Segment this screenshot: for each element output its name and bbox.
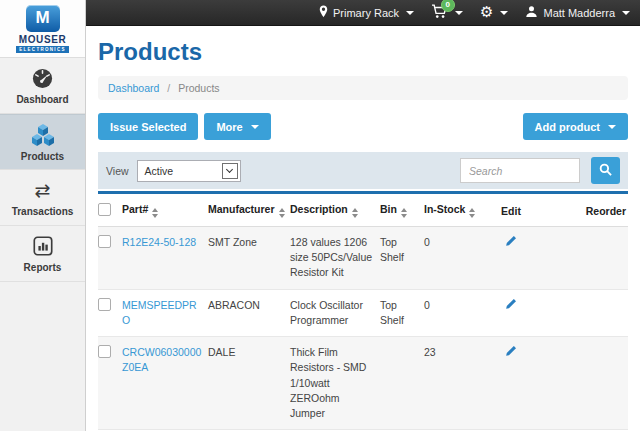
breadcrumb-current: Products [178, 82, 219, 94]
search-icon [599, 163, 612, 179]
breadcrumb-dashboard-link[interactable]: Dashboard [108, 82, 159, 94]
reorder-cell [544, 289, 628, 336]
chevron-down-icon [608, 125, 616, 129]
products-cubes-icon [30, 123, 56, 147]
column-header-edit: Edit [482, 194, 544, 227]
app-window: M MOUSER ELECTRONICS Dashb [0, 0, 640, 431]
manufacturer-cell: ABRACON [208, 289, 290, 336]
user-icon [525, 5, 538, 20]
in-stock-cell: 23 [424, 337, 482, 430]
reports-chart-icon [32, 234, 54, 258]
topbar: Primary Rack 0 ⚙ [86, 0, 640, 26]
user-menu[interactable]: Matt Madderra [525, 5, 630, 20]
bin-cell: Top Shelf [380, 227, 424, 290]
sort-icon [279, 208, 285, 218]
chevron-down-icon [222, 163, 238, 179]
manufacturer-cell: DALE [208, 337, 290, 430]
chevron-down-icon [455, 11, 463, 15]
sidebar-item-label: Reports [24, 262, 62, 273]
column-header-part[interactable]: Part# [122, 194, 208, 227]
add-product-button[interactable]: Add product [523, 113, 628, 140]
sort-icon [469, 208, 475, 218]
location-label: Primary Rack [333, 7, 399, 19]
part-number-link[interactable]: R12E24-50-128 [122, 236, 196, 248]
filter-bar: View Active [98, 152, 628, 189]
select-all-checkbox[interactable] [98, 203, 111, 216]
location-selector[interactable]: Primary Rack [319, 5, 414, 20]
view-select[interactable]: Active [137, 160, 241, 182]
bin-cell [380, 337, 424, 430]
search-button[interactable] [591, 157, 620, 184]
column-header-manufacturer[interactable]: Manufacturer [208, 194, 290, 227]
sidebar-item-reports[interactable]: Reports [0, 226, 85, 282]
chevron-down-icon [622, 11, 630, 15]
reorder-cell [544, 337, 628, 430]
user-name: Matt Madderra [543, 7, 615, 19]
logo-sub-text: ELECTRONICS [16, 46, 69, 53]
row-checkbox[interactable] [98, 345, 111, 358]
table-row: MEMSPEEDPRO ABRACON Clock Oscillator Pro… [98, 289, 628, 336]
breadcrumb: Dashboard / Products [98, 76, 628, 100]
sidebar-item-label: Dashboard [16, 94, 68, 105]
search-input[interactable] [460, 158, 580, 183]
settings-menu[interactable]: ⚙ [480, 5, 508, 20]
table-row: CRCW06030000Z0EA DALE Thick Film Resisto… [98, 337, 628, 430]
manufacturer-cell: SMT Zone [208, 227, 290, 290]
main-content: Products Dashboard / Products Issue Sele… [86, 26, 640, 431]
chevron-down-icon [251, 125, 259, 129]
sidebar: M MOUSER ELECTRONICS Dashb [0, 0, 86, 431]
products-table: Part# Manufacturer Description Bin In-St… [98, 191, 628, 431]
add-product-label: Add product [535, 121, 600, 133]
cart-menu[interactable]: 0 [431, 4, 463, 21]
sidebar-item-dashboard[interactable]: Dashboard [0, 58, 85, 114]
view-label: View [106, 165, 129, 177]
location-pin-icon [319, 5, 328, 20]
issue-selected-label: Issue Selected [110, 121, 186, 133]
chevron-down-icon [406, 11, 414, 15]
transactions-arrows-icon: ⇄ [35, 178, 51, 202]
page-title: Products [98, 38, 628, 66]
view-select-value: Active [145, 165, 174, 177]
more-button[interactable]: More [204, 113, 270, 140]
reorder-cell [544, 227, 628, 290]
in-stock-cell: 0 [424, 227, 482, 290]
cart-count-badge: 0 [441, 0, 455, 12]
sort-icon [352, 208, 358, 218]
table-row: R12E24-50-128 SMT Zone 128 values 1206 s… [98, 227, 628, 290]
in-stock-cell: 0 [424, 289, 482, 336]
sort-icon [152, 208, 158, 218]
bin-cell: Top Shelf [380, 289, 424, 336]
breadcrumb-separator: / [167, 82, 170, 94]
column-header-bin[interactable]: Bin [380, 194, 424, 227]
edit-pencil-icon[interactable] [504, 298, 517, 315]
part-number-link[interactable]: CRCW06030000Z0EA [122, 346, 201, 373]
mouser-logo[interactable]: M MOUSER ELECTRONICS [0, 0, 85, 58]
column-header-description[interactable]: Description [290, 194, 380, 227]
sidebar-item-label: Products [21, 151, 64, 162]
chevron-down-icon [500, 11, 508, 15]
description-cell: Clock Oscillator Programmer [290, 289, 380, 336]
sidebar-item-transactions[interactable]: ⇄ Transactions [0, 170, 85, 226]
edit-pencil-icon[interactable] [504, 235, 517, 252]
logo-brand-text: MOUSER [19, 34, 67, 45]
issue-selected-button[interactable]: Issue Selected [98, 113, 198, 140]
column-header-reorder: Reorder [544, 194, 628, 227]
sidebar-item-products[interactable]: Products [0, 114, 85, 170]
description-cell: Thick Film Resistors - SMD 1/10watt ZERO… [290, 337, 380, 430]
column-header-in-stock[interactable]: In-Stock [424, 194, 482, 227]
toolbar: Issue Selected More Add product [98, 113, 628, 140]
row-checkbox[interactable] [98, 298, 111, 311]
more-label: More [216, 121, 242, 133]
sidebar-nav: Dashboard [0, 58, 85, 282]
table-header-row: Part# Manufacturer Description Bin In-St… [98, 194, 628, 227]
sidebar-item-label: Transactions [12, 206, 74, 217]
dashboard-gauge-icon [31, 66, 54, 90]
mouser-logo-icon: M [26, 5, 60, 32]
sort-icon [401, 208, 407, 218]
description-cell: 128 values 1206 size 50PCs/Value Resisto… [290, 227, 380, 290]
row-checkbox[interactable] [98, 235, 111, 248]
gear-icon: ⚙ [480, 5, 493, 20]
part-number-link[interactable]: MEMSPEEDPRO [122, 299, 197, 326]
edit-pencil-icon[interactable] [504, 345, 517, 362]
